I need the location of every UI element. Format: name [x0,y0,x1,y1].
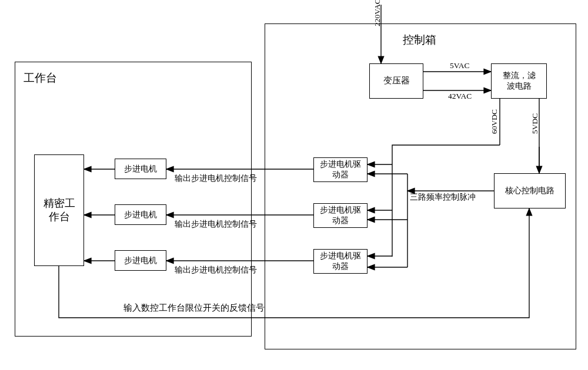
connections-layer [0,0,588,370]
diagram-canvas: 工作台 控制箱 精密工 作台 步进电机 步进电机 步进电机 步进电机驱 动器 步… [0,0,588,370]
